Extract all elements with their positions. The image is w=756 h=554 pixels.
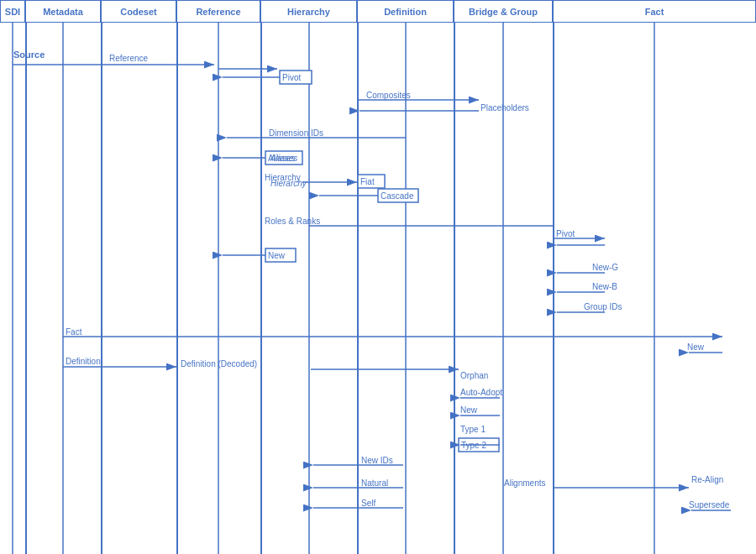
svg-text:Placeholders: Placeholders (480, 103, 529, 112)
diagram-svg: Source Reference Pivot Pivot Composites … (0, 23, 756, 554)
svg-text:Pivot: Pivot (282, 73, 301, 82)
svg-text:Self: Self (361, 499, 375, 508)
svg-text:Reference: Reference (109, 54, 149, 63)
svg-text:Dimension IDs: Dimension IDs (269, 128, 323, 138)
svg-text:New-B: New-B (592, 282, 617, 291)
svg-text:Orphan: Orphan (460, 371, 488, 380)
svg-text:Auto-Adopt: Auto-Adopt (460, 388, 502, 397)
svg-text:New: New (268, 251, 286, 260)
svg-text:Hierarchy: Hierarchy (270, 179, 307, 188)
tab-reference[interactable]: Reference (176, 0, 260, 23)
svg-text:Cascade: Cascade (381, 191, 414, 201)
tab-metadata[interactable]: Metadata (25, 0, 101, 23)
header-tabs: SDI Metadata Codeset Reference Hierarchy… (0, 0, 756, 23)
tab-sdi[interactable]: SDI (0, 0, 25, 23)
svg-text:Fact: Fact (66, 327, 82, 337)
svg-text:New IDs: New IDs (361, 456, 393, 465)
svg-text:Re-Align: Re-Align (691, 475, 723, 484)
svg-text:Definition (Decoded): Definition (Decoded) (181, 359, 257, 368)
svg-text:Roles & Ranks: Roles & Ranks (265, 217, 320, 226)
svg-text:Definition: Definition (66, 357, 101, 366)
tab-fact[interactable]: Fact (553, 0, 756, 23)
svg-text:Alignments: Alignments (504, 478, 545, 488)
tab-codeset[interactable]: Codeset (101, 0, 176, 23)
svg-text:Supersede: Supersede (689, 500, 730, 510)
svg-text:Group IDs: Group IDs (584, 302, 622, 311)
svg-text:Aliases: Aliases (270, 154, 297, 163)
svg-text:Type 1: Type 1 (460, 425, 486, 434)
tab-definition[interactable]: Definition (357, 0, 454, 23)
svg-text:Pivot: Pivot (556, 229, 575, 238)
svg-text:New: New (687, 342, 705, 352)
tab-bridge-group[interactable]: Bridge & Group (454, 0, 553, 23)
svg-text:New: New (460, 405, 478, 415)
svg-text:Natural: Natural (361, 478, 388, 488)
tab-hierarchy[interactable]: Hierarchy (260, 0, 357, 23)
svg-text:Source: Source (13, 50, 45, 60)
svg-text:New-G: New-G (592, 263, 618, 272)
svg-text:Fiat: Fiat (360, 177, 375, 186)
diagram-area: Source Reference Pivot Pivot Composites … (0, 23, 756, 554)
svg-text:Composites: Composites (366, 91, 411, 100)
